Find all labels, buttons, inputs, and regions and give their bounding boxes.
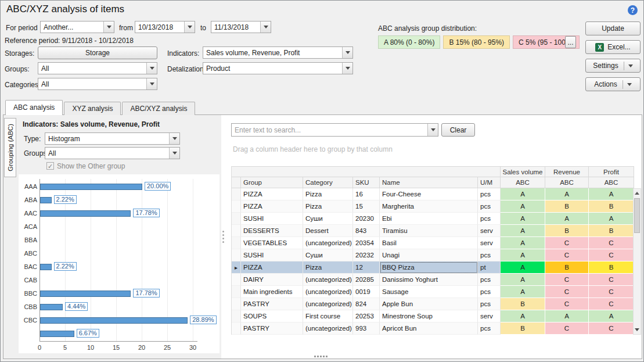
cell-sku: 993	[353, 322, 380, 335]
chart-bar[interactable]	[40, 304, 63, 310]
show-other-checkbox[interactable]: ✓	[46, 162, 54, 170]
header-blank	[232, 166, 501, 177]
tab-abc-analysis[interactable]: ABC analysis	[5, 100, 63, 115]
chart-bar[interactable]	[40, 331, 74, 337]
categories-select[interactable]: All	[38, 78, 157, 90]
cell-um: serv	[478, 225, 501, 237]
table-row[interactable]: ▸PIZZAPizza12BBQ PizzaptABB	[232, 261, 634, 274]
cell-name: Ebi	[380, 213, 478, 225]
cell-group: VEGETABLES	[241, 237, 303, 249]
cell-sku: 20230	[353, 213, 380, 225]
period-value: Another...	[41, 23, 103, 31]
chart-bar[interactable]	[40, 197, 52, 203]
distribution-more-button[interactable]: ...	[565, 36, 576, 48]
cell-group: Main ingredients	[241, 286, 303, 298]
cell-group: SUSHI	[241, 213, 303, 225]
abc-cell-profit: C	[589, 298, 634, 310]
update-button[interactable]: Update	[585, 21, 641, 35]
table-row[interactable]: VEGETABLES(uncategorized)20354BasilservA…	[232, 237, 634, 249]
bottom-splitter-grip[interactable]	[314, 356, 328, 357]
grouping-indicators-title: Indicators: Sales volume, Revenue, Profi…	[23, 120, 160, 128]
help-icon[interactable]: ?	[628, 5, 638, 15]
detalization-select[interactable]: Product	[203, 62, 353, 74]
table-row[interactable]: Main ingredients(uncategorized)0019Sausa…	[232, 286, 634, 298]
cell-sku: 20232	[353, 249, 380, 261]
distribution-group-b: B 15% (80 - 95%)	[443, 35, 510, 49]
chart-bar[interactable]	[40, 184, 142, 190]
chevron-down-icon	[169, 148, 179, 159]
chart-type-select[interactable]: Histogram	[45, 132, 180, 145]
abc-cell-revenue: C	[545, 286, 589, 298]
chevron-down-icon	[184, 21, 195, 33]
cell-name: Basil	[380, 237, 478, 249]
distribution-chips: A 80% (0 - 80%)B 15% (80 - 95%)C 5% (95 …	[378, 35, 580, 49]
abc-cell-sales: A	[501, 225, 545, 237]
excel-button[interactable]: X Excel...	[585, 40, 641, 54]
chart-category-label: ACA	[19, 223, 37, 230]
grouping-side-tab[interactable]: Grouping (ABC)	[4, 118, 16, 177]
abc-cell-sales: A	[501, 286, 545, 298]
chart-type-value: Histogram	[45, 135, 169, 143]
cell-category: Суши	[303, 213, 353, 225]
groups-select[interactable]: All	[38, 62, 157, 74]
chart-bar[interactable]	[40, 291, 131, 297]
abc-cell-profit: B	[589, 200, 634, 213]
table-row[interactable]: PIZZAPizza15MargheritapcsABB	[232, 200, 634, 213]
cell-name: Margherita	[380, 200, 478, 213]
cell-name: Unagi	[380, 249, 478, 261]
tab-abc-xyz-analysis[interactable]: ABC/XYZ analysis	[122, 102, 195, 115]
abc-cell-revenue: B	[545, 261, 589, 274]
period-select[interactable]: Another...	[40, 21, 114, 33]
panel-splitter[interactable]	[221, 115, 225, 359]
settings-button[interactable]: Settings	[585, 59, 641, 73]
row-indicator	[232, 213, 241, 225]
from-date-picker[interactable]: 10/13/2018	[135, 21, 195, 33]
scroll-down-button[interactable]	[634, 325, 641, 334]
table-row[interactable]: SOUPSFirst course20253Minestrone Soupser…	[232, 310, 634, 322]
table-row[interactable]: SUSHIСуши20230EbipcsAAA	[232, 213, 634, 225]
row-indicator	[232, 188, 241, 200]
abc-cell-sales: A	[501, 237, 545, 249]
chart-groups-select[interactable]: All	[45, 147, 180, 159]
column-header-sku: SKU	[353, 177, 380, 188]
table-row[interactable]: PASTRY(uncategorized)824Apple BunpcsBCC	[232, 298, 634, 310]
row-indicator	[232, 286, 241, 298]
grid-header-row: GroupCategorySKUNameU/MABCABCABC	[232, 177, 634, 188]
cell-group: PIZZA	[241, 200, 303, 213]
table-row[interactable]: DAIRY(uncategorized)20285Danissimo Yoghu…	[232, 274, 634, 286]
table-row[interactable]: SUSHIСуши20232UnagipcsACC	[232, 249, 634, 261]
scroll-thumb[interactable]	[634, 198, 640, 233]
abc-cell-sales: A	[501, 249, 545, 261]
scroll-up-button[interactable]	[634, 189, 641, 198]
abc-cell-revenue: B	[545, 200, 589, 213]
clear-button[interactable]: Clear	[441, 123, 475, 137]
indicators-select[interactable]: Sales volume, Revenue, Profit	[203, 46, 353, 59]
cell-group: PASTRY	[241, 298, 303, 310]
abc-cell-revenue: A	[545, 310, 589, 322]
grouping-panel: Indicators: Sales volume, Revenue, Profi…	[17, 115, 221, 359]
table-row[interactable]: DESSERTSDessert843TiramisuservABB	[232, 225, 634, 237]
tab-xyz-analysis[interactable]: XYZ analysis	[64, 102, 121, 115]
table-row[interactable]: PIZZAPizza16Four-CheesepcsAAA	[232, 188, 634, 200]
to-date-picker[interactable]: 11/13/2018	[211, 21, 271, 33]
chart-category-label: BAC	[19, 263, 37, 270]
table-row[interactable]: PASTRY(uncategorized)993Apricot BunpcsBC…	[232, 322, 634, 335]
search-input[interactable]	[232, 126, 427, 134]
cell-group: DESSERTS	[241, 225, 303, 237]
storage-button[interactable]: Storage	[38, 46, 157, 59]
chevron-down-icon	[260, 21, 271, 33]
chart-groups-value: All	[45, 149, 169, 157]
chart-bar[interactable]	[40, 317, 188, 324]
row-indicator	[232, 310, 241, 322]
chart-bar-label: 28.89%	[190, 316, 216, 324]
row-indicator	[232, 200, 241, 213]
vertical-scrollbar[interactable]	[633, 188, 641, 335]
chart-bar[interactable]	[40, 264, 52, 270]
grouping-side-tab-label: Grouping (ABC)	[7, 124, 14, 171]
categories-label: Categories:	[5, 81, 40, 89]
cell-um: pcs	[478, 286, 501, 298]
chart-bar[interactable]	[40, 210, 131, 217]
column-header-category: Category	[303, 177, 353, 188]
actions-button[interactable]: Actions	[585, 77, 641, 91]
cell-category: (uncategorized)	[303, 274, 353, 286]
